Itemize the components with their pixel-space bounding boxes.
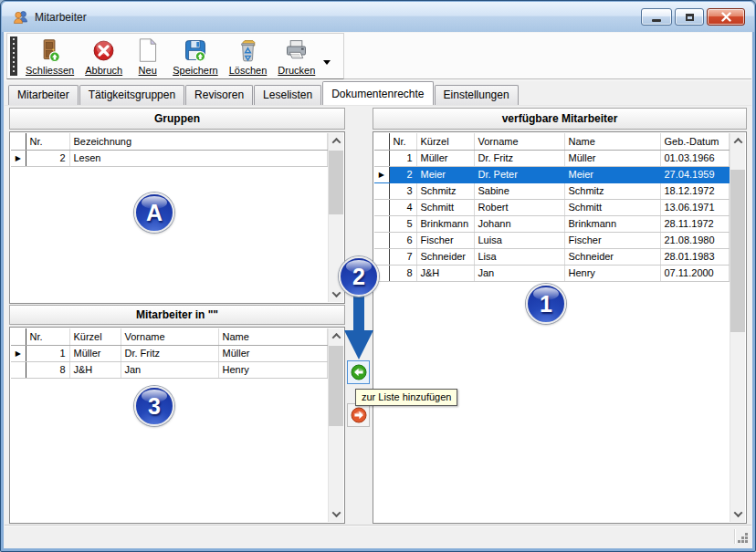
grid-cell	[374, 248, 389, 265]
grid-cell: Müller	[564, 150, 660, 166]
toolbar-button-label: Abbruch	[85, 65, 122, 76]
available-panel-title: verfügbare Mitarbeiter	[502, 112, 618, 125]
gruppen-panel-header: Gruppen	[9, 108, 345, 130]
grid-cell	[11, 133, 26, 150]
delete-button[interactable]: Löschen	[224, 35, 273, 78]
grid-cell: Schneider	[416, 248, 474, 265]
scroll-down-icon[interactable]	[329, 506, 343, 522]
grid-row[interactable]: 8J&HJanHenry	[11, 361, 328, 378]
caption-buttons	[641, 8, 747, 26]
grid-cell	[374, 182, 389, 199]
grid-cell: 01.03.1966	[660, 150, 730, 166]
close-form-button[interactable]: Schliessen	[20, 35, 79, 78]
printer-icon	[282, 37, 310, 64]
grid-cell	[374, 215, 389, 232]
grid-header-row: Nr.Bezeichnung	[11, 133, 328, 150]
grid-cell: Meier	[564, 166, 660, 182]
grid-cell: Kürzel	[69, 328, 121, 345]
save-button[interactable]: Speichern	[167, 35, 224, 78]
grid-cell	[374, 232, 389, 248]
grid-cell: 4	[389, 199, 416, 215]
available-table-scrollbar[interactable]	[730, 133, 745, 522]
annotation-badge-1: 1	[526, 284, 566, 324]
grid-row[interactable]: ▶2Lesen	[11, 150, 328, 166]
grid-row[interactable]: 7SchneiderLisaSchneider28.01.1983	[374, 248, 730, 265]
members-in-table: Nr.KürzelVornameName▶1MüllerDr. FritzMül…	[9, 327, 345, 524]
remove-from-list-button[interactable]	[347, 403, 370, 427]
grid-cell	[11, 328, 26, 345]
grid-cell	[374, 133, 389, 150]
grid-cell: Müller	[416, 150, 474, 166]
scrollbar-thumb[interactable]	[730, 170, 745, 332]
grid-cell: 1	[26, 345, 69, 361]
tooltip-text: zur Liste hinzufügen	[362, 391, 451, 402]
scroll-up-icon[interactable]	[730, 133, 745, 149]
toolbar-band: Schliessen Abbruch Neu	[6, 33, 344, 79]
grid-cell: 07.11.2000	[660, 265, 730, 281]
close-button[interactable]	[707, 8, 745, 26]
grid-cell: ▶	[11, 345, 26, 361]
grid-cell: 18.12.1972	[660, 182, 730, 199]
tabbar: Mitarbeiter Tätigkeitsgruppen Revisoren …	[5, 81, 751, 105]
grid-cell: 5	[389, 215, 416, 232]
grid-cell: Robert	[474, 199, 564, 215]
grid-row[interactable]: ▶2MeierDr. PeterMeier27.04.1959	[374, 166, 730, 182]
grid-cell: Jan	[474, 265, 564, 281]
maximize-button[interactable]	[675, 8, 704, 26]
app-window: Mitarbeiter	[0, 0, 756, 552]
grid-cell: Nr.	[389, 133, 416, 150]
tab-einstellungen[interactable]: Einstellungen	[435, 85, 519, 105]
tab-leselisten[interactable]: Leselisten	[254, 85, 321, 105]
resize-grip-icon[interactable]	[737, 532, 749, 544]
add-to-list-button[interactable]	[347, 360, 370, 384]
new-button[interactable]: Neu	[128, 35, 167, 78]
grid-cell: 13.06.1971	[660, 199, 730, 215]
print-button[interactable]: Drucken	[272, 35, 320, 78]
grid-row[interactable]: 3SchmitzSabineSchmitz18.12.1972	[374, 182, 730, 199]
scroll-down-icon[interactable]	[730, 506, 745, 522]
tab-revisoren[interactable]: Revisoren	[185, 85, 253, 105]
scrollbar-thumb[interactable]	[329, 151, 343, 214]
cancel-button[interactable]: Abbruch	[79, 35, 128, 78]
annotation-badge-2: 2	[339, 256, 379, 297]
grid-cell: 2	[389, 166, 416, 182]
grid-row[interactable]: 1MüllerDr. FritzMüller01.03.1966	[374, 150, 730, 166]
toolbar-button-label: Neu	[139, 65, 157, 76]
grid-row[interactable]: 8J&HJanHenry07.11.2000	[374, 265, 730, 281]
grid-cell: Geb.-Datum	[660, 133, 730, 150]
annotation-badge-3: 3	[134, 386, 174, 426]
tab-taetigkeitsgruppen[interactable]: Tätigkeitsgruppen	[79, 85, 184, 105]
scroll-up-icon[interactable]	[329, 133, 343, 149]
grid-cell: Lesen	[69, 150, 328, 166]
grid-row[interactable]: 6FischerLuisaFischer21.08.1980	[374, 232, 730, 248]
arrow-left-green-circle-icon	[351, 364, 367, 380]
members-in-panel-title: Mitarbeiter in ""	[136, 308, 218, 321]
grid-header-row: Nr.KürzelVornameNameGeb.-Datum	[374, 133, 730, 150]
toolbar: Schliessen Abbruch Neu	[5, 32, 751, 81]
grid-cell: 7	[389, 248, 416, 265]
grid-row[interactable]: 5BrinkmannJohannBrinkmann28.11.1972	[374, 215, 730, 232]
minimize-button[interactable]	[641, 8, 672, 26]
annotation-badge-A: A	[134, 193, 174, 233]
delete-trash-icon	[234, 37, 262, 64]
tab-dokumentenrechte[interactable]: Dokumentenrechte	[322, 81, 433, 105]
grid-cell: 21.08.1980	[660, 232, 730, 248]
print-dropdown-button chevron-down-icon[interactable]	[320, 35, 333, 78]
grid-cell: Schneider	[564, 248, 660, 265]
grid-cell: Dr. Fritz	[474, 150, 564, 166]
grid-row[interactable]: ▶1MüllerDr. FritzMüller	[11, 345, 328, 361]
grid-cell: 28.01.1983	[660, 248, 730, 265]
arrow-right-red-circle-icon	[351, 407, 367, 423]
grid-cell	[374, 150, 389, 166]
grid-row[interactable]: 4SchmittRobertSchmitt13.06.1971	[374, 199, 730, 215]
window-title: Mitarbeiter	[35, 11, 87, 24]
tooltip: zur Liste hinzufügen	[355, 389, 457, 406]
close-x-icon	[721, 12, 731, 22]
save-floppy-icon	[181, 37, 209, 64]
tab-mitarbeiter[interactable]: Mitarbeiter	[8, 85, 79, 105]
grid-cell: Dr. Peter	[474, 166, 564, 182]
grid-cell: Name	[564, 133, 660, 150]
toolbar-grip[interactable]	[10, 36, 17, 76]
grid-cell: Name	[218, 328, 328, 345]
cancel-red-x-icon	[89, 37, 118, 64]
